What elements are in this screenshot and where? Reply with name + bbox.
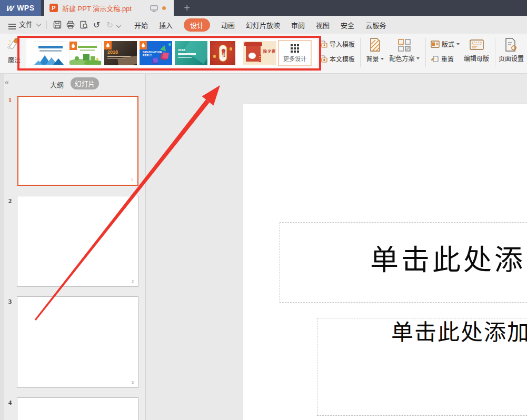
more-designs-label: 更多设计 — [283, 54, 306, 63]
grid-icon — [291, 44, 299, 53]
unsaved-indicator-dot — [162, 6, 166, 10]
dropdown-caret-icon — [416, 57, 420, 59]
wps-presentation-window: W WPS P 新建 PPT 演示文稿.ppt + 文件 — [0, 0, 527, 420]
slide-thumbnail-2[interactable]: 2 — [17, 196, 138, 287]
print-button[interactable] — [66, 21, 75, 29]
menu-hamburger-icon[interactable] — [8, 22, 16, 32]
lantern-icon — [230, 47, 232, 51]
menubar: 文件 ↺ ↻ 开始 插入 设计 动画 幻灯片放映 审阅 视图 安全 — [0, 16, 527, 34]
toolbar-divider — [46, 21, 47, 29]
magic-wand-icon — [7, 37, 22, 52]
magic-button[interactable]: 魔法 — [2, 37, 26, 69]
doc-template-button[interactable]: 本文模板 — [319, 54, 355, 63]
toolbar-options-caret-icon[interactable] — [116, 23, 121, 28]
magic-label: 魔法 — [2, 55, 26, 64]
file-menu-caret-icon[interactable] — [36, 22, 42, 27]
quick-access-toolbar: ↺ ↻ — [53, 16, 114, 34]
page-setup-button[interactable]: 页面设置 — [498, 38, 525, 63]
doc-template-icon — [319, 55, 327, 63]
more-designs-button[interactable]: 更多设计 — [278, 40, 312, 66]
dropdown-caret-icon — [456, 43, 460, 45]
slide-thumbnail-4[interactable] — [17, 397, 138, 420]
wps-w-icon: W — [6, 4, 15, 13]
undo-button[interactable]: ↺ — [92, 21, 101, 29]
template-label: GRADUATION REPLY — [143, 51, 158, 57]
group-divider — [495, 38, 495, 67]
template-teal-gradient[interactable]: 2018 — [175, 41, 207, 65]
print-preview-button[interactable] — [79, 21, 88, 29]
tab-animation[interactable]: 动画 — [221, 20, 235, 30]
wps-logo[interactable]: W WPS — [0, 0, 41, 16]
tab-insert[interactable]: 插入 — [159, 20, 173, 30]
layout-icon — [431, 41, 440, 48]
pig-face-graphic — [248, 53, 256, 59]
tab-slides-active[interactable]: 幻灯片 — [71, 77, 99, 89]
template-green-town[interactable] — [69, 41, 102, 65]
template-gallery: 2018 GRADUATION REPLY 2018 — [26, 39, 317, 67]
page-setup-icon — [505, 38, 518, 52]
template-graduation-reply[interactable]: GRADUATION REPLY — [140, 41, 172, 65]
layout-button[interactable]: 版式 — [431, 39, 460, 48]
hot-flame-icon — [69, 42, 77, 50]
tab-security[interactable]: 安全 — [341, 20, 354, 30]
slide-page-number: 3 — [132, 381, 134, 384]
template-label: 除夕夜 — [263, 48, 276, 54]
import-template-button[interactable]: 导入模板 — [319, 39, 355, 48]
lantern-icon — [213, 55, 216, 58]
title-placeholder-text: 单击此处添 — [370, 243, 525, 278]
mountains-graphic — [34, 53, 66, 65]
group-divider — [360, 38, 361, 67]
slide-page-number: 2 — [132, 279, 134, 283]
ppt-file-icon: P — [49, 4, 58, 12]
new-tab-button[interactable]: + — [179, 0, 195, 16]
template-annual-report-2018[interactable]: 2018 — [104, 41, 137, 65]
color-scheme-button[interactable]: 配色方案 — [388, 38, 421, 63]
save-button[interactable] — [53, 21, 62, 29]
template-blue-mountains[interactable] — [34, 41, 66, 65]
redo-button[interactable]: ↻ — [105, 21, 114, 29]
hot-flame-icon — [140, 41, 147, 49]
collapse-panel-button[interactable]: « — [5, 78, 9, 86]
document-title: 新建 PPT 演示文稿.ppt — [62, 3, 132, 13]
template-new-year-eve[interactable]: 除夕夜 — [243, 41, 276, 65]
tab-view[interactable]: 视图 — [316, 20, 330, 30]
tab-design-active[interactable]: 设计 — [184, 18, 210, 32]
tab-slideshow[interactable]: 幻灯片放映 — [246, 20, 280, 30]
reset-button[interactable]: 重置 — [431, 54, 454, 63]
template-spring-festival[interactable]: 春节 — [210, 41, 235, 65]
wps-logo-text: WPS — [17, 4, 34, 12]
slide-index: 4 — [6, 398, 14, 407]
slide-panel: « 大纲 幻灯片 1 1 2 2 3 3 4 — [0, 74, 146, 420]
slide-thumbnail-1[interactable]: 1 — [17, 96, 138, 186]
present-monitor-icon[interactable] — [150, 5, 158, 14]
body-placeholder-text: 单击此处添加 — [391, 319, 527, 346]
tab-home[interactable]: 开始 — [134, 20, 148, 30]
template-label: 春节 — [219, 45, 227, 62]
reset-icon — [431, 55, 439, 63]
ribbon-tabs: 开始 插入 设计 动画 幻灯片放映 审阅 视图 安全 云服务 — [134, 16, 386, 34]
design-ribbon: 魔法 — [0, 34, 527, 74]
hot-flame-icon — [104, 41, 112, 49]
firecracker-graphic — [259, 55, 261, 62]
edit-master-button[interactable]: 编辑母版 — [462, 38, 491, 63]
template-label: 2018 — [178, 48, 185, 52]
background-icon — [370, 38, 381, 52]
file-menu-button[interactable]: 文件 — [19, 16, 33, 34]
group-divider — [425, 38, 426, 67]
tab-outline[interactable]: 大纲 — [50, 79, 64, 89]
background-button[interactable]: 背景 — [366, 38, 384, 63]
tab-cloud[interactable]: 云服务 — [365, 20, 386, 30]
edit-master-icon — [470, 39, 484, 52]
town-graphic — [69, 52, 102, 65]
color-scheme-icon — [398, 39, 411, 52]
dropdown-caret-icon — [381, 58, 384, 60]
slide-index: 1 — [6, 96, 14, 104]
tab-review[interactable]: 审阅 — [291, 20, 305, 30]
slide-thumbnail-3[interactable]: 3 — [17, 296, 138, 388]
template-label: 2018 — [107, 49, 118, 55]
document-tab[interactable]: P 新建 PPT 演示文稿.ppt — [44, 0, 174, 16]
titlebar: W WPS P 新建 PPT 演示文稿.ppt + — [0, 0, 527, 16]
panel-edge-strip — [0, 74, 4, 420]
import-template-icon — [319, 41, 327, 48]
slide-page-number: 1 — [131, 178, 133, 182]
